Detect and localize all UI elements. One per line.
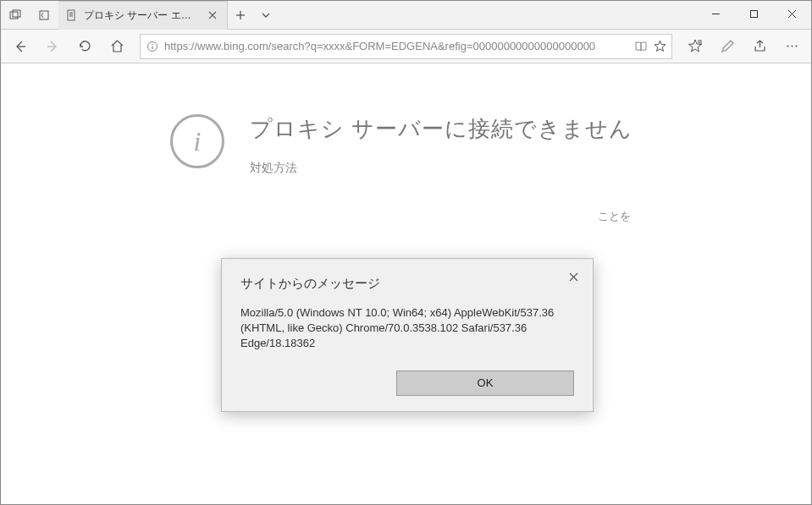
- dialog-title: サイトからのメッセージ: [240, 276, 574, 292]
- tab-preview-button[interactable]: [1, 1, 30, 30]
- refresh-button[interactable]: [70, 32, 99, 61]
- new-tab-button[interactable]: [228, 1, 253, 30]
- home-button[interactable]: [102, 32, 131, 61]
- svg-point-25: [795, 46, 797, 47]
- reading-view-icon[interactable]: [634, 40, 648, 53]
- svg-point-18: [152, 43, 153, 45]
- close-window-button[interactable]: [773, 1, 811, 26]
- alert-dialog: サイトからのメッセージ Mozilla/5.0 (Windows NT 10.0…: [221, 258, 594, 412]
- forward-button[interactable]: [38, 32, 67, 61]
- dialog-actions: OK: [240, 371, 574, 396]
- page-content: i プロキシ サーバーに接続できません 対処方法 ことを サイトからのメッセージ…: [1, 63, 811, 504]
- error-page: i プロキシ サーバーに接続できません 対処方法: [1, 63, 811, 176]
- hint-text-fragment: ことを: [598, 209, 631, 224]
- dialog-ok-button[interactable]: OK: [396, 371, 574, 396]
- url-text: https://www.bing.com/search?q=xxxx&FORM=…: [164, 40, 629, 52]
- tab-page-icon: [65, 8, 79, 22]
- minimize-button[interactable]: [697, 1, 735, 26]
- error-subheading: 対処方法: [250, 161, 632, 176]
- back-button[interactable]: [6, 32, 35, 61]
- error-heading: プロキシ サーバーに接続できません: [250, 114, 632, 144]
- tab-close-button[interactable]: [205, 8, 220, 23]
- favorites-button[interactable]: [681, 32, 710, 61]
- svg-rect-0: [10, 12, 18, 19]
- browser-tab[interactable]: プロキシ サーバー エラー: [58, 1, 228, 30]
- maximize-button[interactable]: [735, 1, 773, 26]
- set-aside-tabs-button[interactable]: [30, 1, 58, 30]
- svg-rect-12: [751, 10, 758, 17]
- info-icon: i: [170, 114, 224, 168]
- svg-point-24: [791, 46, 793, 47]
- titlebar: プロキシ サーバー エラー: [1, 1, 811, 30]
- error-text-block: プロキシ サーバーに接続できません 対処方法: [250, 114, 632, 176]
- svg-point-23: [787, 46, 788, 47]
- dialog-message: Mozilla/5.0 (Windows NT 10.0; Win64; x64…: [240, 305, 574, 352]
- tab-title: プロキシ サーバー エラー: [84, 8, 200, 23]
- site-info-icon[interactable]: [146, 40, 159, 53]
- svg-rect-1: [13, 10, 20, 17]
- titlebar-left: プロキシ サーバー エラー: [1, 1, 279, 29]
- settings-more-button[interactable]: [777, 32, 806, 61]
- share-button[interactable]: [745, 32, 774, 61]
- dialog-close-button[interactable]: [566, 269, 581, 284]
- favorite-star-icon[interactable]: [653, 40, 666, 53]
- svg-rect-3: [68, 10, 75, 20]
- tab-actions-button[interactable]: [253, 1, 279, 30]
- toolbar: https://www.bing.com/search?q=xxxx&FORM=…: [1, 30, 811, 63]
- window-controls: [697, 1, 811, 29]
- notes-button[interactable]: [713, 32, 742, 61]
- address-bar[interactable]: https://www.bing.com/search?q=xxxx&FORM=…: [140, 34, 672, 59]
